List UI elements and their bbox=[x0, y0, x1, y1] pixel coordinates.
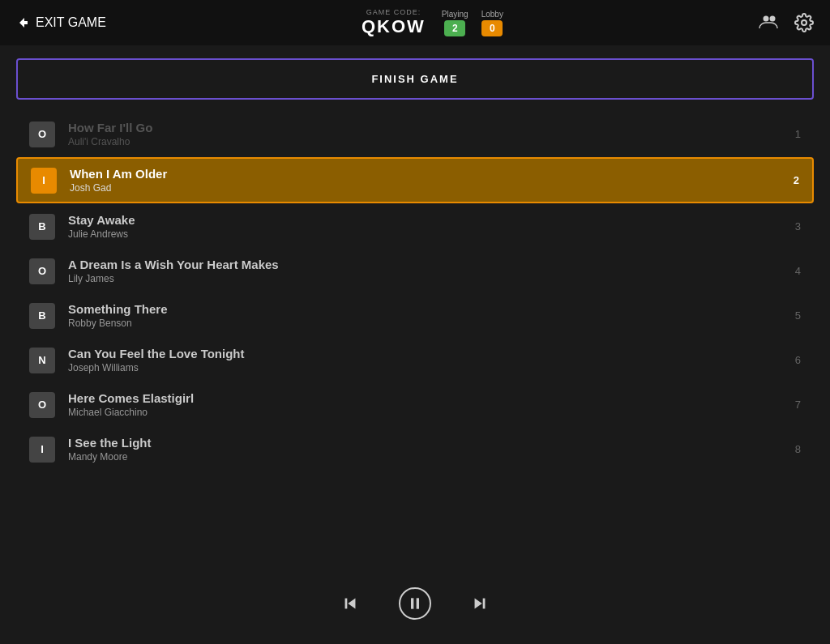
song-title: When I Am Older bbox=[70, 167, 781, 181]
song-artist: Michael Giacchino bbox=[68, 407, 782, 418]
song-item[interactable]: BSomething ThereRobby Benson5 bbox=[16, 294, 814, 337]
song-artist: Julie Andrews bbox=[68, 228, 782, 240]
song-number: 1 bbox=[795, 128, 801, 140]
song-list: OHow Far I'll GoAuli'i Cravalho1IWhen I … bbox=[0, 113, 830, 471]
previous-button[interactable] bbox=[334, 587, 366, 620]
song-artist: Joseph Williams bbox=[68, 362, 782, 373]
song-letter: B bbox=[29, 303, 55, 329]
song-number: 2 bbox=[794, 174, 799, 186]
song-title: Here Comes Elastigirl bbox=[68, 391, 782, 405]
song-letter: O bbox=[29, 258, 55, 284]
lobby-stat: Lobby 0 bbox=[481, 10, 503, 36]
lobby-label: Lobby bbox=[481, 10, 503, 19]
svg-marker-8 bbox=[475, 599, 482, 609]
song-number: 3 bbox=[795, 220, 801, 232]
song-info: I See the LightMandy Moore bbox=[68, 436, 782, 463]
playing-stat: Playing 2 bbox=[442, 10, 468, 36]
song-artist: Lily James bbox=[68, 273, 782, 284]
svg-marker-0 bbox=[19, 18, 28, 28]
header-actions bbox=[759, 13, 814, 33]
song-title: Stay Awake bbox=[68, 213, 782, 227]
song-title: I See the Light bbox=[68, 436, 782, 450]
song-letter: I bbox=[29, 437, 55, 463]
lobby-count: 0 bbox=[481, 20, 503, 36]
song-letter: I bbox=[31, 168, 57, 194]
song-letter: O bbox=[29, 122, 55, 147]
svg-rect-9 bbox=[483, 599, 486, 609]
song-info: Something ThereRobby Benson bbox=[68, 302, 782, 329]
svg-rect-7 bbox=[417, 598, 419, 608]
song-info: Can You Feel the Love TonightJoseph Will… bbox=[68, 347, 782, 373]
back-arrow-icon bbox=[16, 16, 29, 29]
song-letter: O bbox=[29, 392, 55, 418]
game-code-value: QKOW bbox=[362, 16, 426, 37]
pause-button[interactable] bbox=[399, 587, 431, 620]
song-title: How Far I'll Go bbox=[68, 121, 782, 134]
song-number: 4 bbox=[795, 265, 801, 277]
playing-label: Playing bbox=[442, 10, 468, 19]
song-letter: N bbox=[29, 348, 55, 373]
svg-point-3 bbox=[802, 20, 806, 25]
song-artist: Auli'i Cravalho bbox=[68, 136, 782, 147]
header: EXIT GAME GAME CODE: QKOW Playing 2 Lobb… bbox=[0, 0, 830, 45]
song-number: 5 bbox=[795, 309, 801, 322]
song-title: A Dream Is a Wish Your Heart Makes bbox=[68, 258, 782, 271]
playing-count: 2 bbox=[444, 20, 465, 36]
song-number: 6 bbox=[795, 354, 801, 366]
song-item[interactable]: NCan You Feel the Love TonightJoseph Wil… bbox=[16, 339, 814, 382]
playback-controls bbox=[0, 587, 830, 620]
song-info: How Far I'll GoAuli'i Cravalho bbox=[68, 121, 782, 147]
settings-icon[interactable] bbox=[794, 13, 814, 33]
song-info: Here Comes ElastigirlMichael Giacchino bbox=[68, 391, 782, 418]
song-artist: Josh Gad bbox=[70, 182, 781, 194]
game-code-section: GAME CODE: QKOW Playing 2 Lobby 0 bbox=[362, 8, 503, 37]
song-item[interactable]: OHow Far I'll GoAuli'i Cravalho1 bbox=[16, 113, 814, 156]
song-info: Stay AwakeJulie Andrews bbox=[68, 213, 782, 240]
finish-game-section: FINISH GAME bbox=[0, 45, 830, 113]
song-title: Something There bbox=[68, 302, 782, 316]
svg-marker-4 bbox=[348, 599, 355, 609]
song-item[interactable]: II See the LightMandy Moore8 bbox=[16, 428, 814, 471]
svg-rect-6 bbox=[411, 598, 413, 608]
players-icon[interactable] bbox=[759, 13, 778, 33]
exit-game-button[interactable]: EXIT GAME bbox=[16, 15, 106, 30]
player-stats: Playing 2 Lobby 0 bbox=[442, 10, 503, 36]
song-item[interactable]: OHere Comes ElastigirlMichael Giacchino7 bbox=[16, 383, 814, 426]
song-item[interactable]: BStay AwakeJulie Andrews3 bbox=[16, 205, 814, 248]
song-info: When I Am OlderJosh Gad bbox=[70, 167, 781, 194]
song-number: 7 bbox=[795, 399, 801, 411]
exit-game-label: EXIT GAME bbox=[36, 15, 106, 30]
svg-point-2 bbox=[769, 16, 775, 22]
song-number: 8 bbox=[795, 443, 801, 455]
song-item[interactable]: IWhen I Am OlderJosh Gad2 bbox=[16, 157, 814, 203]
song-artist: Robby Benson bbox=[68, 318, 782, 329]
song-title: Can You Feel the Love Tonight bbox=[68, 347, 782, 360]
svg-point-1 bbox=[763, 16, 768, 22]
song-item[interactable]: OA Dream Is a Wish Your Heart MakesLily … bbox=[16, 249, 814, 292]
next-button[interactable] bbox=[464, 587, 496, 620]
song-info: A Dream Is a Wish Your Heart MakesLily J… bbox=[68, 258, 782, 284]
svg-rect-5 bbox=[345, 599, 348, 609]
song-artist: Mandy Moore bbox=[68, 451, 782, 463]
game-code-label: GAME CODE: bbox=[366, 8, 421, 16]
song-letter: B bbox=[29, 214, 55, 240]
finish-game-button[interactable]: FINISH GAME bbox=[16, 58, 814, 100]
